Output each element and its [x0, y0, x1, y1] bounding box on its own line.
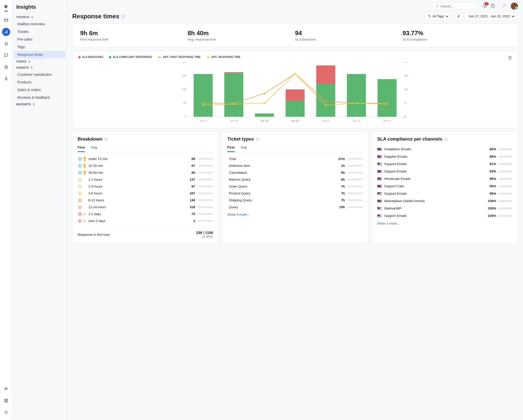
nav-group-tickets[interactable]: TICKETS	[12, 14, 67, 20]
chevron-down-icon	[446, 15, 449, 18]
cart-icon[interactable]	[2, 40, 10, 48]
breakdown-bar	[198, 158, 213, 160]
breakdown-label: under 15 min	[88, 157, 186, 161]
sla-value: 91%	[490, 162, 496, 166]
nav-sales-orders[interactable]: Sales & orders	[12, 86, 67, 94]
flag-icon[interactable]	[503, 4, 507, 9]
search-box[interactable]	[433, 3, 479, 10]
svg-point-8	[6, 388, 7, 389]
sla-value: 100%	[488, 199, 496, 203]
ticket-types-show-more[interactable]: Show 4 more...	[227, 213, 249, 216]
svg-text:Jun 19: Jun 19	[260, 119, 268, 122]
us-flag-icon	[377, 192, 382, 195]
ticket-type-label: Query	[229, 205, 336, 209]
breakdown-bar	[198, 220, 213, 222]
info-icon[interactable]	[444, 138, 448, 141]
us-flag-icon	[377, 170, 382, 173]
chevron-down-icon	[512, 15, 515, 18]
mail-icon[interactable]	[2, 16, 10, 24]
info-icon[interactable]	[121, 15, 125, 18]
notifications-icon[interactable]: 2	[482, 4, 487, 9]
nav-response-times[interactable]: Response times	[14, 51, 65, 58]
trophy-icon: 🏆	[82, 157, 87, 161]
sla-bar	[499, 207, 513, 209]
info-icon[interactable]	[256, 138, 259, 141]
warning-icon: ⚠	[82, 212, 87, 216]
nav-reviews[interactable]: Reviews & feedback	[12, 94, 67, 101]
nav-mailbox-overview[interactable]: Mailbox overview	[12, 20, 67, 28]
customers-icon[interactable]	[2, 75, 10, 83]
icon-rail: e	[0, 0, 12, 420]
ring-icon	[78, 171, 81, 174]
svg-point-6	[5, 77, 7, 79]
breakdown-row: 🏆30-60 min80	[78, 169, 213, 176]
ticket-type-bar	[348, 206, 363, 208]
user-avatar[interactable]	[511, 3, 518, 10]
svg-text:160: 160	[182, 88, 186, 91]
sidebar: Insights TICKETS Mailbox overview Ticket…	[12, 0, 67, 420]
ticket-type-row: Defective Item1h	[227, 162, 363, 169]
svg-rect-12	[6, 401, 8, 402]
breakdown-tab-avg[interactable]: Avg	[91, 145, 97, 152]
star-icon[interactable]	[2, 63, 10, 71]
ticket-type-bar	[348, 186, 363, 187]
ticket-type-value: 27m	[336, 157, 345, 161]
sla-label: Support Emails	[384, 169, 487, 173]
breakdown-card: Breakdown First Avg 🏆under 15 min89🏆15-3…	[72, 132, 218, 243]
chart: 0801602403200h7h14h21h28hJun 17Jun 18Jun…	[78, 62, 512, 123]
help-icon[interactable]	[491, 4, 495, 9]
breakdown-tab-first[interactable]: First	[78, 145, 85, 152]
nav-tags[interactable]: Tags	[12, 43, 67, 51]
ticket-types-tab-first[interactable]: First	[227, 145, 234, 152]
nav-group-chats[interactable]: CHATS	[12, 58, 67, 65]
nav-customer-satisfaction[interactable]: Customer satisfaction	[12, 71, 67, 78]
ring-icon	[78, 199, 81, 202]
breakdown-bar	[198, 206, 213, 208]
ticket-type-value: 10h	[336, 205, 345, 209]
chart-menu-button[interactable]	[508, 56, 512, 60]
sla-show-more[interactable]: Show 1 more...	[377, 221, 399, 225]
breakdown-value: 89	[186, 157, 195, 161]
ring-icon	[78, 213, 81, 216]
sla-row: Support Emails96%	[377, 190, 513, 197]
settings-icon[interactable]	[2, 408, 10, 416]
svg-text:Jun 20: Jun 20	[291, 119, 299, 122]
search-input[interactable]	[440, 4, 476, 8]
sla-label: WalmartMP	[384, 206, 485, 210]
svg-point-47	[233, 103, 235, 105]
sla-label: Support Calls	[384, 184, 487, 188]
us-flag-icon	[377, 155, 382, 158]
ring-icon	[78, 206, 81, 209]
svg-point-5	[7, 45, 7, 45]
date-range-picker[interactable]: Jun 17, 2021 - Jun 23, 2021	[465, 12, 518, 20]
sla-label: Wholesale Emails	[384, 177, 487, 181]
ticket-type-value: 7h	[336, 184, 345, 188]
ticket-types-tab-avg[interactable]: Avg	[241, 145, 247, 152]
nav-presales[interactable]: Pre-sales	[12, 35, 67, 43]
sla-row: Installation Emails80%	[377, 145, 513, 153]
breakdown-value: 137	[186, 178, 195, 181]
nav-group-agents[interactable]: AGENTS	[12, 65, 67, 71]
svg-point-50	[325, 104, 327, 106]
info-icon[interactable]	[104, 138, 108, 141]
breakdown-row: 6-12 hours140	[78, 197, 213, 204]
insights-icon[interactable]	[2, 28, 10, 36]
svg-rect-38	[377, 79, 396, 117]
nav-products[interactable]: Products	[12, 78, 67, 86]
apps-icon[interactable]	[2, 397, 10, 405]
ticket-type-row: Chat27m	[227, 155, 363, 162]
ticket-type-row: Order Query7h	[227, 183, 363, 190]
sla-value: 95%	[490, 177, 496, 181]
chat-icon[interactable]	[2, 51, 10, 59]
stat-first-response: 9h 6mFirst response time	[80, 30, 188, 41]
prev-period-button[interactable]	[455, 13, 463, 20]
svg-rect-2	[6, 31, 6, 33]
breakdown-label: 1-2 hours	[88, 178, 186, 181]
nav-group-reports[interactable]: REPORTS	[12, 101, 67, 107]
tags-filter[interactable]: All Tags	[425, 12, 452, 20]
sla-value: 100%	[488, 214, 496, 218]
ticket-type-label: Shipping Query	[229, 198, 336, 202]
nav-tickets[interactable]: Tickets	[12, 28, 67, 35]
us-flag-icon	[377, 214, 382, 217]
team-icon[interactable]	[2, 385, 10, 393]
